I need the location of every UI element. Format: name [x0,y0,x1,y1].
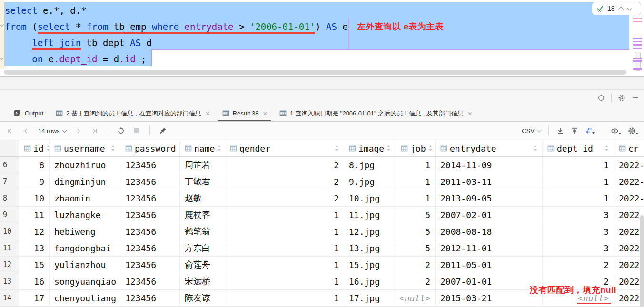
cell-id[interactable]: 11 [19,207,50,223]
cell-dept_id[interactable]: 3 [543,207,614,223]
cell-image[interactable]: 17.jpg [344,290,396,306]
cell-username[interactable]: dingminjun [50,173,120,190]
column-header-gender[interactable]: gender [225,140,344,156]
cell-image[interactable]: 9.jpg [344,173,396,190]
cell-image[interactable]: 15.jpg [344,257,396,273]
rows-dropdown[interactable]: 14 rows [38,127,66,134]
cell-username[interactable]: hebiweng [50,223,120,240]
cell-entrydate[interactable]: 2007-02-01 [436,207,543,223]
stripe-mark[interactable] [633,48,642,49]
column-header-image[interactable]: image [344,140,396,156]
cell-gender[interactable]: 1 [225,273,344,289]
column-header-name[interactable]: name [180,140,225,156]
sort-icon[interactable] [533,145,537,152]
cell-dept_id[interactable]: 2 [543,257,614,273]
upload-icon[interactable] [571,127,578,134]
cell-gender[interactable]: 2 [225,173,344,190]
cell-name[interactable]: 俞莲舟 [180,257,225,273]
reload-icon[interactable] [117,127,125,134]
splitter[interactable] [0,76,644,89]
cell-dept_id[interactable]: 3 [543,240,614,256]
column-header-entrydate[interactable]: entrydate [436,140,543,156]
cell-name[interactable]: 丁敏君 [180,173,225,190]
column-header-job[interactable]: job [396,140,436,156]
cell-dept_id[interactable]: 3 [543,223,614,240]
cell-entrydate[interactable]: 2007-01-01 [436,273,543,289]
stripe-mark[interactable] [633,18,642,19]
cell-gender[interactable]: 1 [225,240,344,256]
cell-image[interactable]: 12.jpg [344,223,396,240]
cell-entrydate[interactable]: 2011-03-11 [436,173,543,190]
column-header-password[interactable]: password [120,140,180,156]
cell-cr[interactable]: 2022- [614,157,644,173]
prev-page-icon[interactable] [22,127,30,135]
cell-password[interactable]: 123456 [120,240,180,256]
sql-editor[interactable]: select e.*, d.*from (select * from tb_em… [0,0,644,76]
stripe-mark[interactable] [633,68,642,70]
row-number[interactable]: 9 [0,207,19,223]
sort-icon[interactable] [217,145,221,152]
stripe-mark[interactable] [633,21,642,22]
cell-job[interactable]: <null> [396,290,436,306]
cell-username[interactable]: fangdongbai [50,240,120,256]
sort-icon[interactable] [46,145,50,152]
cell-password[interactable]: 123456 [120,290,180,306]
cell-username[interactable]: zhaomin [50,190,120,206]
cell-image[interactable]: 11.jpg [344,207,396,223]
column-header-username[interactable]: username [50,140,120,156]
close-icon[interactable]: × [206,110,210,117]
eye-icon[interactable] [611,127,621,135]
cell-entrydate[interactable]: 2012-11-01 [436,240,543,256]
cell-gender[interactable]: 1 [225,207,344,223]
sort-icon[interactable] [335,145,339,152]
cell-password[interactable]: 123456 [120,157,180,173]
cell-password[interactable]: 123456 [120,273,180,289]
cell-entrydate[interactable]: 2011-05-01 [436,257,543,273]
cell-name[interactable]: 赵敏 [180,190,225,206]
stop-icon[interactable] [133,127,140,134]
download-icon[interactable] [556,127,564,134]
cell-username[interactable]: yulianzhou [50,257,120,273]
cell-name[interactable]: 鹤笔翁 [180,223,225,240]
cell-id[interactable]: 9 [19,173,50,190]
row-number[interactable]: 6 [0,157,19,173]
cell-id[interactable]: 8 [19,157,50,173]
fold-marker-icon[interactable] [0,22,4,27]
grid-vscrollbar[interactable] [640,216,644,307]
row-number[interactable]: 7 [0,173,19,190]
cell-username[interactable]: songyuanqiao [50,273,120,289]
cell-password[interactable]: 123456 [120,223,180,240]
next-page-icon[interactable] [74,127,82,135]
row-number[interactable]: 13 [0,273,19,289]
cell-entrydate[interactable]: 2013-09-05 [436,190,543,206]
cell-name[interactable]: 陈友谅 [180,290,225,306]
stripe-mark[interactable] [633,41,642,42]
cell-id[interactable]: 12 [19,223,50,240]
cell-job[interactable]: 1 [396,157,436,173]
column-header-id[interactable]: id [19,140,50,156]
cell-job[interactable]: 5 [396,240,436,256]
cell-image[interactable]: 10.jpg [344,190,396,206]
column-header-dept_id[interactable]: dept_id [543,140,614,156]
sort-icon[interactable] [604,145,609,152]
cell-username[interactable]: chenyouliang [50,290,120,306]
cell-username[interactable]: zhouzhiruo [50,157,120,173]
tab-result-3[interactable]: 1.查询入职日期是 "2006-01-01" 之后的员工信息 , 及其部门信息× [273,106,478,121]
cell-image[interactable]: 8.jpg [344,157,396,173]
cell-gender[interactable]: 1 [225,223,344,240]
sort-icon[interactable] [111,145,115,152]
tab-result-1[interactable]: 2.基于查询到的员工信息，在查询对应的部门信息× [50,106,216,121]
cell-job[interactable]: 2 [396,257,436,273]
cell-gender[interactable]: 2 [225,157,344,173]
cell-name[interactable]: 宋远桥 [180,273,225,289]
cell-password[interactable]: 123456 [120,207,180,223]
sort-icon[interactable] [386,145,391,152]
cell-entrydate[interactable]: 2014-11-09 [436,157,543,173]
cell-name[interactable]: 鹿杖客 [180,207,225,223]
tab-result-2[interactable]: Result 38× [216,106,274,121]
cell-password[interactable]: 123456 [120,190,180,206]
cell-id[interactable]: 10 [19,190,50,206]
cell-dept_id[interactable]: 1 [543,157,614,173]
cell-entrydate[interactable]: 2008-08-18 [436,223,543,240]
column-header-cr[interactable]: cr [614,140,644,156]
